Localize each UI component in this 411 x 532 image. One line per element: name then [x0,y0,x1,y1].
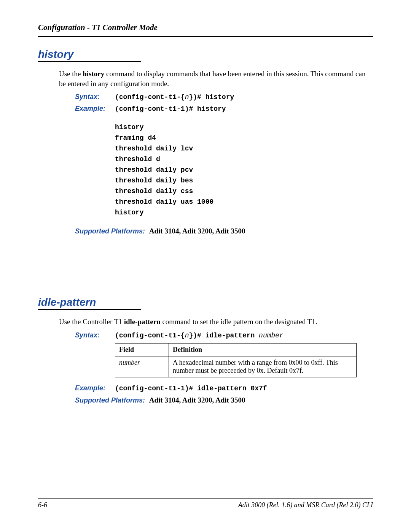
output-line: threshold daily uas 1000 [115,198,373,206]
syntax-value: (config-cont-t1-{n})# history [115,93,234,101]
example-value: (config-cont-t1-1)# history [115,105,226,113]
page-number: 6-6 [38,501,47,509]
mono: })# idle-pattern [189,332,259,339]
text: command to set the idle pattern on the d… [161,318,317,326]
section-title-idle: idle-pattern [38,296,373,308]
idle-field-table: Field Definition number A hexadecimal nu… [115,343,357,377]
history-output: history framing d4 threshold daily lcv t… [115,123,373,216]
td-field-name: number [115,356,169,377]
supported-label: Supported Platforms: [75,396,145,404]
section-title-history: history [38,48,373,61]
supported-label: Supported Platforms: [75,227,145,235]
table-header-row: Field Definition [115,343,357,356]
idle-intro: Use the Controller T1 idle-pattern comma… [59,317,369,327]
history-syntax-row: Syntax: (config-cont-t1-{n})# history [75,93,373,101]
syntax-value: (config-cont-t1-{n})# idle-pattern numbe… [115,332,284,339]
output-line: threshold d [115,155,373,163]
output-line: history [115,123,373,131]
mono: (config-cont-t1-{ [115,332,185,339]
mono: (config-cont-t1-{ [115,93,185,101]
output-line: history [115,209,373,216]
top-rule [38,36,373,37]
th-field: Field [115,343,169,356]
syntax-label: Syntax: [75,331,115,339]
idle-syntax-row: Syntax: (config-cont-t1-{n})# idle-patte… [75,331,373,339]
supported-value: Adit 3104, Adit 3200, Adit 3500 [149,396,245,404]
table-row: number A hexadecimal number with a range… [115,356,357,377]
td-definition: A hexadecimal number with a range from 0… [169,356,357,377]
text: command to display commands that have be… [59,70,365,88]
idle-example-row: Example: (config-cont-t1-1)# idle-patter… [75,384,373,392]
output-line: threshold daily pcv [115,166,373,174]
th-definition: Definition [169,343,357,356]
title-rule [38,309,141,310]
history-supported: Supported Platforms: Adit 3104, Adit 320… [75,227,373,235]
output-line: threshold daily css [115,187,373,195]
history-example-row: Example: (config-cont-t1-1)# history [75,105,373,113]
text: Use the [59,70,83,78]
section-history: history Use the history command to displ… [38,48,373,235]
footer: 6-6 Adit 3000 (Rel. 1.6) and MSR Card (R… [38,498,373,509]
footer-row: 6-6 Adit 3000 (Rel. 1.6) and MSR Card (R… [38,501,373,509]
footer-rule [38,498,373,499]
mono-var: n [185,332,189,339]
mono: })# history [189,93,234,101]
syntax-label: Syntax: [75,93,115,101]
text-bold: history [83,70,104,78]
supported-value: Adit 3104, Adit 3200, Adit 3500 [149,227,245,235]
text: Use the Controller T1 [59,318,124,326]
output-line: framing d4 [115,134,373,142]
text-bold: idle-pattern [124,318,161,326]
output-line: threshold daily lcv [115,145,373,152]
idle-supported: Supported Platforms: Adit 3104, Adit 320… [75,396,373,404]
page: Configuration - T1 Controller Mode histo… [0,0,411,532]
title-rule [38,61,141,62]
mono-arg: number [259,332,284,339]
example-value: (config-cont-t1-1)# idle-pattern 0x7f [115,385,267,392]
running-head: Configuration - T1 Controller Mode [38,23,373,32]
mono-var: n [185,93,189,101]
history-intro: Use the history command to display comma… [59,69,369,88]
output-line: threshold daily bes [115,177,373,184]
example-label: Example: [75,384,115,392]
section-idle-pattern: idle-pattern Use the Controller T1 idle-… [38,296,373,404]
section-gap [38,239,373,296]
doc-title: Adit 3000 (Rel. 1.6) and MSR Card (Rel 2… [238,501,373,509]
example-label: Example: [75,105,115,113]
